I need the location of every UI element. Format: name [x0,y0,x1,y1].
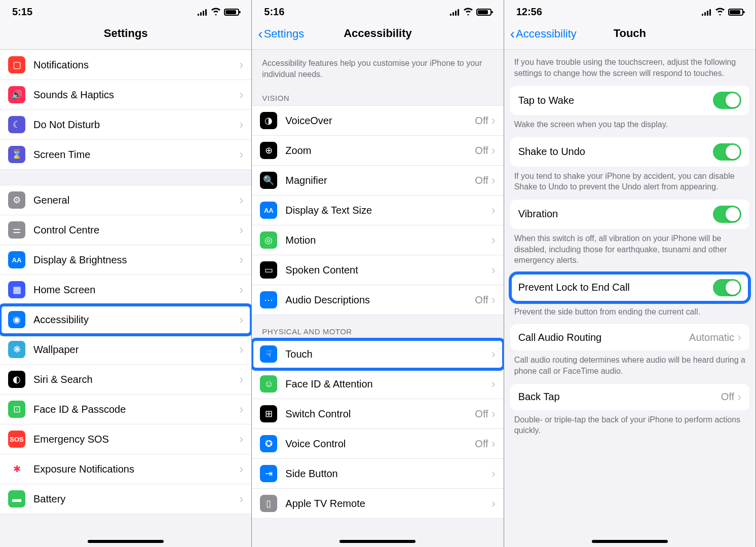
panel-settings: 5:15 Settings ▢Notifications›🔊Sounds & H… [0,0,252,547]
status-icons [702,7,743,17]
dnd-icon: ☾ [8,116,25,133]
switches-icon: ⚌ [8,221,25,239]
row-spoken-content[interactable]: ▭Spoken Content› [252,255,503,285]
touch-group: Call Audio RoutingAutomatic› [510,324,749,350]
sound-icon: 🔊 [8,86,25,103]
row-home-screen[interactable]: ▦Home Screen› [0,275,251,305]
row-control-centre[interactable]: ⚌Control Centre› [0,215,251,245]
row-face-id-passcode[interactable]: ⊡Face ID & Passcode› [0,395,251,424]
touch-item-wrap: Prevent Lock to End Call [510,273,749,302]
face-icon: ☺ [260,375,277,393]
row-label: VoiceOver [285,115,475,127]
row-label: Side Button [285,468,491,480]
settings-group: ⚙General›⚌Control Centre›AADisplay & Bri… [0,185,251,514]
voiceover-icon: ◑ [260,112,277,129]
siri-icon: ◐ [8,371,25,388]
row-accessibility[interactable]: ◉Accessibility› [0,305,251,335]
row-motion[interactable]: ◎Motion› [252,225,503,255]
row-wallpaper[interactable]: ❋Wallpaper› [0,335,251,365]
toggle-switch[interactable] [713,206,741,223]
row-display-text-size[interactable]: AADisplay & Text Size› [252,196,503,225]
back-label: Settings [264,27,305,41]
row-shake-to-undo[interactable]: Shake to Undo [510,137,749,167]
row-magnifier[interactable]: 🔍MagnifierOff› [252,166,503,196]
home-indicator[interactable] [592,540,668,543]
back-button[interactable]: ‹ Settings [258,26,304,42]
row-voiceover[interactable]: ◑VoiceOverOff› [252,106,503,136]
row-back-tap[interactable]: Back TapOff› [510,384,749,410]
footer-text: Call audio routing determines where audi… [504,350,755,376]
side-icon: ⇥ [260,465,277,482]
row-label: Voice Control [285,438,475,450]
row-label: Battery [33,493,239,505]
toggle-switch[interactable] [713,92,741,109]
row-label: Touch [285,348,491,360]
footer-text: Double- or triple-tap the back of your i… [504,410,755,436]
row-label: Magnifier [285,175,475,186]
row-call-audio-routing[interactable]: Call Audio RoutingAutomatic› [510,324,749,350]
row-siri-search[interactable]: ◐Siri & Search› [0,365,251,395]
row-sounds-haptics[interactable]: 🔊Sounds & Haptics› [0,80,251,110]
touch-item-wrap: Back TapOff› [510,384,749,410]
home-indicator[interactable] [88,540,164,543]
nav-bar: Settings [0,22,251,50]
nav-bar: ‹ Settings Accessibility [252,22,503,50]
nav-title: Touch [614,27,646,40]
row-label: Zoom [285,145,475,157]
row-general[interactable]: ⚙General› [0,185,251,215]
chevron-right-icon: › [239,223,243,237]
row-face-id-attention[interactable]: ☺Face ID & Attention› [252,369,503,399]
footer-text: Wake the screen when you tap the display… [504,115,755,130]
toggle-switch[interactable] [713,143,741,161]
row-side-button[interactable]: ⇥Side Button› [252,459,503,489]
motion-icon: ◎ [260,231,277,249]
row-prevent-lock-to-end-call[interactable]: Prevent Lock to End Call [510,273,749,302]
footer-text: If you tend to shake your iPhone by acci… [504,167,755,192]
row-label: Exposure Notifications [33,463,239,475]
content-settings[interactable]: ▢Notifications›🔊Sounds & Haptics›☾Do Not… [0,50,251,547]
back-button[interactable]: ‹ Accessibility [510,26,577,42]
row-do-not-disturb[interactable]: ☾Do Not Disturb› [0,110,251,140]
chevron-right-icon: › [492,173,496,187]
row-label: Face ID & Passcode [33,404,239,415]
row-zoom[interactable]: ⊕ZoomOff› [252,136,503,166]
row-touch[interactable]: ☟Touch› [252,339,503,369]
home-indicator[interactable] [339,540,415,543]
row-switch-control[interactable]: ⊞Switch ControlOff› [252,399,503,429]
chevron-right-icon: › [239,372,243,386]
intro-text: If you have trouble using the touchscree… [504,50,755,79]
row-label: Audio Descriptions [285,294,475,306]
row-vibration[interactable]: Vibration [510,200,749,229]
touch-group: Vibration [510,200,749,229]
row-screen-time[interactable]: ⌛Screen Time› [0,140,251,169]
cellular-icon [702,9,712,16]
touch-item-wrap: Call Audio RoutingAutomatic› [510,324,749,350]
chevron-right-icon: › [492,377,496,391]
row-apple-tv-remote[interactable]: ▯Apple TV Remote› [252,489,503,518]
row-display-brightness[interactable]: AADisplay & Brightness› [0,245,251,275]
row-emergency-sos[interactable]: SOSEmergency SOS› [0,424,251,454]
chevron-right-icon: › [492,496,496,511]
row-battery[interactable]: ▬Battery› [0,484,251,514]
row-label: General [33,194,239,206]
row-label: Motion [285,235,491,246]
content-accessibility[interactable]: Accessibility features help you customis… [252,50,503,547]
chevron-right-icon: › [492,233,496,247]
row-label: Do Not Disturb [33,119,239,131]
content-touch[interactable]: If you have trouble using the touchscree… [504,50,755,547]
intro-text: Accessibility features help you customis… [252,50,503,82]
grid-icon: ▦ [8,281,25,298]
toggle-switch[interactable] [713,279,741,296]
panel-touch: 12:56 ‹ Accessibility Touch If you have … [504,0,756,547]
row-tap-to-wake[interactable]: Tap to Wake [510,86,749,115]
chevron-right-icon: › [492,437,496,451]
row-exposure-notifications[interactable]: ✱Exposure Notifications› [0,454,251,484]
row-audio-descriptions[interactable]: ⋯Audio DescriptionsOff› [252,285,503,315]
gear-icon: ⚙ [8,191,25,209]
row-notifications[interactable]: ▢Notifications› [0,50,251,80]
audio-icon: ⋯ [260,291,277,308]
row-voice-control[interactable]: ✪Voice ControlOff› [252,429,503,459]
touch-group: Back TapOff› [510,384,749,410]
section-header: PHYSICAL AND MOTOR [252,315,503,339]
accessibility-group: ☟Touch›☺Face ID & Attention›⊞Switch Cont… [252,339,503,519]
